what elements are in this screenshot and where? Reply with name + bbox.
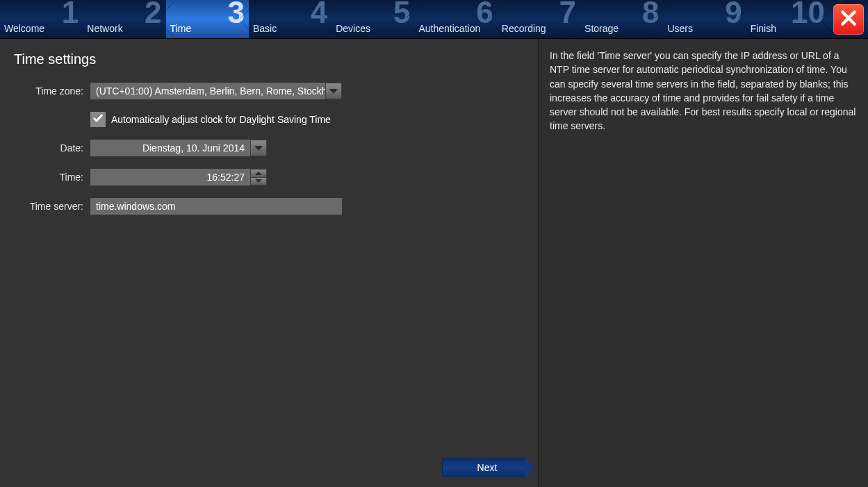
chevron-down-icon [254, 146, 263, 151]
settings-panel: Time settings Time zone: (UTC+01:00) Ams… [0, 39, 539, 487]
dst-checkbox[interactable] [90, 112, 106, 127]
timeserver-label: Time server: [14, 201, 90, 212]
step-number: 4 [311, 0, 327, 28]
step-label: Finish [751, 23, 776, 34]
step-label: Storage [584, 23, 619, 34]
step-number: 1 [62, 0, 79, 28]
check-icon [92, 113, 104, 126]
step-number: 3 [227, 0, 244, 28]
next-button[interactable]: Next [442, 458, 525, 477]
wizard-step-bar: 1 Welcome 2 Network 3 Time 4 Basic 5 Dev… [0, 0, 868, 39]
step-label: Time [170, 23, 192, 34]
dst-checkbox-label: Automatically adjust clock for Daylight … [111, 114, 331, 125]
date-picker-button[interactable] [250, 140, 267, 156]
timezone-value: (UTC+01:00) Amsterdam, Berlin, Bern, Rom… [90, 83, 325, 99]
page-title: Time settings [14, 51, 524, 67]
help-text: In the field 'Time server' you can speci… [550, 49, 857, 133]
step-label: Recording [502, 23, 546, 34]
next-button-label: Next [477, 462, 498, 473]
timeserver-input[interactable] [90, 198, 342, 215]
wizard-step-devices[interactable]: 5 Devices [331, 0, 414, 38]
step-label: Basic [253, 23, 277, 34]
wizard-step-network[interactable]: 2 Network [83, 0, 165, 38]
time-spinner [250, 169, 267, 185]
date-label: Date: [14, 142, 90, 154]
step-number: 7 [559, 0, 576, 28]
time-field[interactable]: 16:52:27 [90, 169, 250, 185]
step-label: Network [87, 23, 122, 34]
wizard-step-storage[interactable]: 8 Storage [580, 0, 663, 38]
help-panel: In the field 'Time server' you can speci… [539, 39, 868, 487]
step-label: Welcome [4, 23, 44, 34]
chevron-down-icon [329, 89, 338, 94]
wizard-step-time[interactable]: 3 Time [166, 0, 249, 38]
step-number: 2 [145, 0, 161, 28]
chevron-up-icon [255, 172, 262, 175]
chevron-down-icon [255, 179, 262, 183]
wizard-step-welcome[interactable]: 1 Welcome [0, 0, 83, 38]
close-icon [840, 9, 858, 30]
timezone-dropdown-button[interactable] [325, 83, 342, 99]
step-number: 9 [725, 0, 742, 28]
step-number: 8 [642, 0, 659, 28]
step-number: 10 [791, 0, 825, 28]
wizard-step-basic[interactable]: 4 Basic [249, 0, 331, 38]
wizard-step-recording[interactable]: 7 Recording [498, 0, 580, 38]
step-label: Users [667, 23, 693, 34]
date-field[interactable]: Dienstag, 10. Juni 2014 [90, 140, 250, 156]
wizard-step-finish[interactable]: 10 Finish [746, 0, 829, 38]
timezone-dropdown[interactable]: (UTC+01:00) Amsterdam, Berlin, Bern, Rom… [90, 83, 342, 99]
time-label: Time: [14, 172, 90, 183]
close-button[interactable] [833, 4, 864, 35]
step-label: Authentication [418, 23, 480, 34]
wizard-step-users[interactable]: 9 Users [663, 0, 746, 38]
step-number: 5 [393, 0, 410, 28]
time-spinner-up[interactable] [251, 170, 266, 177]
time-spinner-down[interactable] [251, 177, 266, 185]
wizard-step-authentication[interactable]: 6 Authentication [414, 0, 497, 38]
step-label: Devices [336, 23, 370, 34]
timezone-label: Time zone: [14, 85, 90, 97]
